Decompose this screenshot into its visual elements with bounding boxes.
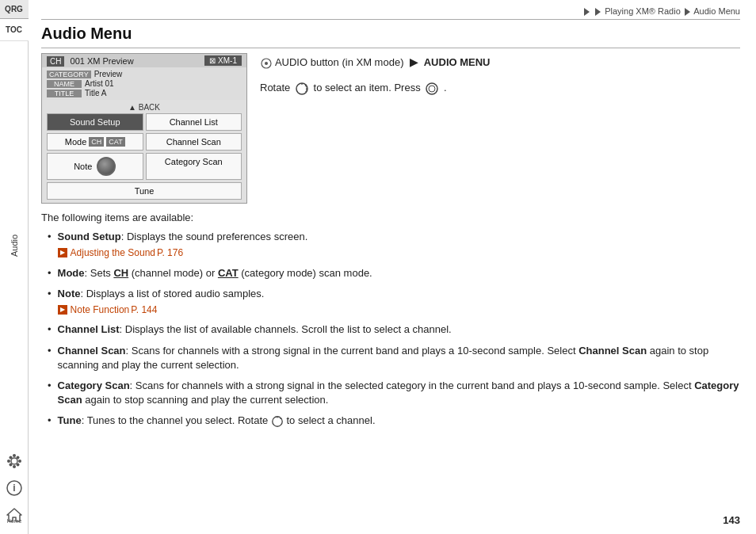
svg-point-18 [429, 86, 435, 92]
menu-title-row: TITLE Title A [47, 89, 242, 97]
audio-menu-label: AUDIO MENU [424, 56, 491, 68]
sidebar-tab-toc[interactable]: TOC [0, 19, 29, 41]
tune-rotate-icon [271, 415, 284, 428]
link-sound-setup-text: Adjusting the Sound [71, 246, 155, 260]
svg-point-0 [11, 458, 17, 464]
info-icon[interactable]: i [3, 477, 25, 499]
xm-badge: ⊠ XM-1 [204, 55, 242, 66]
item-sound-setup-content: Sound Setup: Displays the sound preferen… [58, 230, 740, 260]
breadcrumb-part2: Audio Menu [693, 6, 740, 16]
item-category-scan-text: : Scans for channels with a strong signa… [130, 380, 695, 391]
item-channel-list-content: Channel List: Displays the list of avail… [58, 322, 740, 337]
title-label: TITLE [47, 90, 82, 97]
item-mode-cat: CAT [218, 267, 239, 279]
page-title: Audio Menu [41, 25, 740, 48]
category-value: Preview [94, 70, 123, 78]
item-channel-scan-bold2: Channel Scan [578, 345, 647, 357]
menu-category-row: CATEGORY Preview [47, 70, 242, 78]
page-number: 143 [723, 514, 740, 526]
item-sound-setup-link[interactable]: ▶Adjusting the Sound P. 176 [58, 246, 184, 260]
svg-text:i: i [13, 483, 15, 494]
item-sound-setup-bold: Sound Setup [58, 231, 121, 242]
arrow-right: ▶ [410, 56, 418, 68]
item-note-bold: Note [58, 288, 81, 299]
ch-label: CH [47, 56, 64, 67]
item-mode-bold: Mode [58, 267, 85, 279]
menu-name-row: NAME Artist 01 [47, 79, 242, 88]
svg-point-6 [16, 463, 19, 467]
svg-point-14 [265, 62, 268, 65]
item-tune-text: : Tunes to the channel you select. Rotat… [82, 414, 271, 426]
menu-grid-area: ▲ BACK Sound Setup Channel List Mode CH … [42, 100, 246, 203]
menu-item-note[interactable]: Note [47, 153, 143, 180]
svg-point-2 [13, 465, 16, 468]
item-mode-text3: (category mode) scan mode. [239, 267, 372, 279]
sidebar-tab-qrg[interactable]: QRG [0, 0, 29, 19]
item-mode-ch: CH [113, 267, 128, 279]
item-mode-text: : Sets [85, 267, 114, 279]
item-mode-text2: (channel mode) or [128, 267, 218, 279]
list-item-channel-scan: Channel Scan: Scans for channels with a … [41, 342, 740, 374]
content-top: CH 001 XM Preview ⊠ XM-1 CATEGORY Previe… [41, 53, 740, 204]
item-channel-list-text: : Displays the list of available channel… [120, 323, 452, 335]
item-channel-scan-text: : Scans for channels with a strong signa… [126, 345, 579, 357]
sidebar-label-audio: Audio [10, 41, 19, 450]
title-value: Title A [85, 89, 106, 97]
sidebar: QRG TOC Audio i Ho [0, 0, 29, 534]
item-category-scan-bold: Category Scan [58, 380, 130, 391]
menu-item-channel-scan[interactable]: Channel Scan [146, 133, 242, 151]
instruction-text: Rotate to select an item. Press . [260, 82, 447, 93]
item-mode-content: Mode: Sets CH (channel mode) or CAT (cat… [58, 266, 740, 280]
svg-point-17 [426, 83, 437, 94]
svg-point-3 [7, 460, 10, 463]
items-list: Sound Setup: Displays the sound preferen… [41, 228, 740, 430]
item-tune-content: Tune: Tunes to the channel you select. R… [58, 414, 740, 428]
svg-point-5 [9, 456, 12, 460]
instruction: AUDIO button (in XM mode) ▶ AUDIO MENU R… [260, 53, 740, 204]
item-note-text: : Displays a list of stored audio sample… [80, 288, 264, 299]
svg-point-4 [18, 460, 21, 463]
breadcrumb-tri2 [594, 6, 602, 16]
breadcrumb-tri1 [582, 6, 591, 16]
item-channel-scan-content: Channel Scan: Scans for channels with a … [58, 344, 740, 372]
menu-item-channel-list[interactable]: Channel List [146, 113, 242, 131]
svg-point-7 [9, 463, 12, 467]
item-category-scan-text2: again to stop scanning and play the curr… [82, 394, 329, 406]
menu-item-mode[interactable]: Mode CH CAT [47, 133, 143, 151]
menu-info-rows: CATEGORY Preview NAME Artist 01 TITLE Ti… [42, 67, 246, 100]
menu-channel-info: CH 001 XM Preview [47, 56, 134, 66]
name-value: Artist 01 [85, 79, 114, 88]
item-channel-list-bold: Channel List [58, 323, 120, 335]
list-item-tune: Tune: Tunes to the channel you select. R… [41, 412, 740, 429]
item-note-content: Note: Displays a list of stored audio sa… [58, 287, 740, 317]
sidebar-bottom-icons: i Home [3, 450, 25, 534]
item-category-scan-content: Category Scan: Scans for channels with a… [58, 379, 740, 407]
audio-button-label: AUDIO button (in XM mode) [260, 56, 407, 68]
list-item-mode: Mode: Sets CH (channel mode) or CAT (cat… [41, 265, 740, 282]
list-item-category-scan: Category Scan: Scans for channels with a… [41, 377, 740, 409]
link-arrow-note-icon: ▶ [58, 305, 67, 315]
link-sound-setup-page: P. 176 [157, 246, 183, 260]
breadcrumb: Playing XM® Radio Audio Menu [41, 6, 740, 20]
link-note-page: P. 144 [131, 303, 157, 317]
item-sound-setup-text: : Displays the sound preferences screen. [121, 231, 308, 242]
menu-grid: Sound Setup Channel List Mode CH CAT Cha… [47, 113, 242, 200]
item-note-link[interactable]: ▶Note Function P. 144 [58, 303, 158, 317]
menu-item-tune[interactable]: Tune [47, 182, 242, 200]
settings-icon[interactable] [3, 450, 25, 472]
menu-item-category-scan[interactable]: Category Scan [146, 153, 242, 180]
menu-item-sound-setup[interactable]: Sound Setup [47, 113, 143, 131]
channel-number: 001 XM Preview [71, 56, 134, 66]
list-item-note: Note: Displays a list of stored audio sa… [41, 285, 740, 318]
list-item-channel-list: Channel List: Displays the list of avail… [41, 321, 740, 338]
items-header: The following items are available: [41, 212, 740, 223]
main-content: Playing XM® Radio Audio Menu Audio Menu … [29, 0, 756, 534]
menu-screenshot: CH 001 XM Preview ⊠ XM-1 CATEGORY Previe… [41, 53, 247, 204]
home-icon[interactable]: Home [3, 504, 25, 526]
svg-text:Home: Home [6, 518, 21, 524]
breadcrumb-part1: Playing XM® Radio [605, 6, 681, 16]
svg-point-8 [16, 456, 19, 460]
item-tune-text2: to select a channel. [284, 414, 376, 426]
link-note-text: Note Function [71, 303, 130, 317]
list-item-sound-setup: Sound Setup: Displays the sound preferen… [41, 228, 740, 261]
